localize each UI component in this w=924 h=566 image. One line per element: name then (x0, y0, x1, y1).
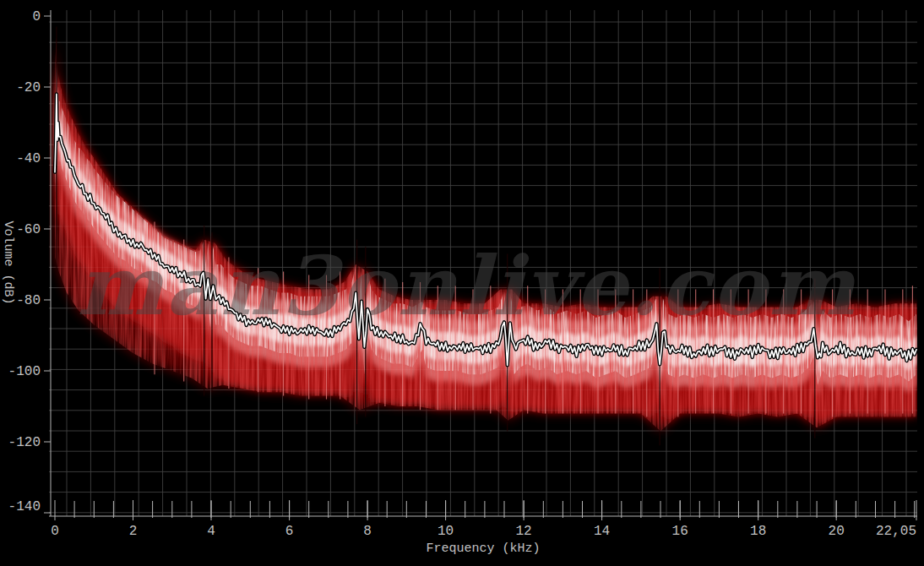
spectrum-chart: man3onlive.com0-20-40-60-80-100-120-1400… (0, 0, 924, 566)
x-axis-title: Frequency (kHz) (426, 542, 540, 556)
svg-text:2: 2 (129, 524, 138, 539)
svg-text:0: 0 (51, 524, 59, 539)
svg-text:10: 10 (438, 524, 454, 539)
svg-text:12: 12 (515, 524, 531, 539)
svg-text:-80: -80 (16, 293, 41, 308)
frequency-analysis-panel: man3onlive.com0-20-40-60-80-100-120-1400… (0, 0, 924, 566)
svg-text:14: 14 (594, 524, 610, 539)
svg-text:-60: -60 (16, 222, 41, 237)
svg-text:-140: -140 (8, 499, 41, 514)
svg-text:4: 4 (207, 524, 215, 539)
svg-text:-40: -40 (16, 151, 41, 166)
svg-text:-20: -20 (16, 80, 41, 95)
svg-text:0: 0 (32, 9, 41, 24)
svg-text:20: 20 (829, 524, 845, 539)
y-axis-title: Volume (dB) (1, 220, 15, 304)
svg-text:-120: -120 (8, 435, 41, 450)
svg-text:18: 18 (750, 524, 766, 539)
svg-text:-100: -100 (8, 364, 41, 379)
svg-text:6: 6 (285, 524, 294, 539)
svg-text:22,05: 22,05 (876, 524, 916, 539)
svg-text:16: 16 (672, 524, 688, 539)
svg-text:8: 8 (363, 524, 372, 539)
